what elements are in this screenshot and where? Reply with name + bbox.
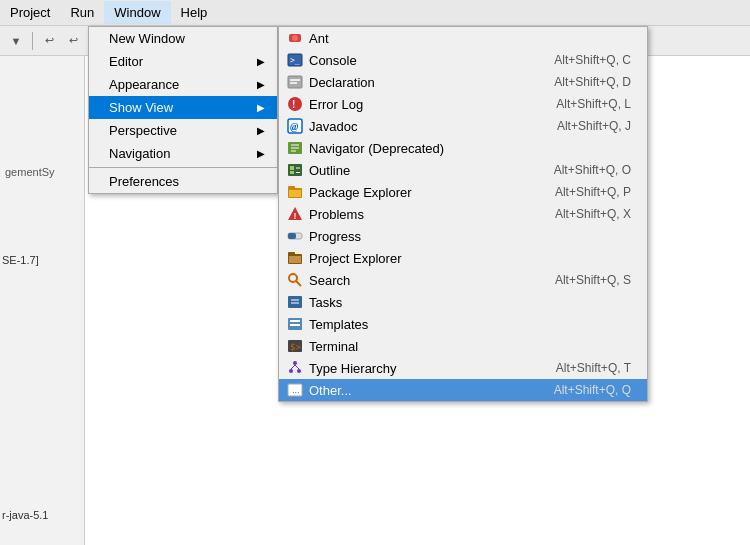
package-explorer-icon	[285, 184, 305, 200]
submenu-item-project-explorer[interactable]: Project Explorer	[279, 247, 647, 269]
search-icon	[285, 272, 305, 288]
outline-icon	[285, 162, 305, 178]
svg-rect-22	[289, 190, 301, 197]
menu-item-new-window[interactable]: New Window	[89, 27, 277, 50]
type-hierarchy-icon	[285, 360, 305, 376]
submenu-item-error-log[interactable]: ! Error Log Alt+Shift+Q, L	[279, 93, 647, 115]
submenu-arrow-perspective: ▶	[257, 125, 265, 136]
menubar-item-run[interactable]: Run	[60, 1, 104, 24]
svg-rect-32	[288, 296, 302, 308]
menu-item-preferences[interactable]: Preferences	[89, 170, 277, 193]
submenu-item-type-hierarchy[interactable]: Type Hierarchy Alt+Shift+Q, T	[279, 357, 647, 379]
sidebar-pkg-text: r-java-5.1	[2, 509, 48, 521]
submenu-arrow-appearance: ▶	[257, 79, 265, 90]
menu-item-show-view[interactable]: Show View ▶	[89, 96, 277, 119]
svg-text:!: !	[292, 99, 295, 110]
navigator-icon	[285, 140, 305, 156]
submenu-item-package-explorer[interactable]: Package Explorer Alt+Shift+Q, P	[279, 181, 647, 203]
svg-line-41	[291, 365, 295, 369]
showview-submenu: Ant >_ Console Alt+Shift+Q, C Declaratio…	[278, 26, 648, 402]
menubar-item-window[interactable]: Window	[104, 1, 170, 24]
submenu-item-outline[interactable]: Outline Alt+Shift+Q, O	[279, 159, 647, 181]
submenu-arrow-navigation: ▶	[257, 148, 265, 159]
submenu-item-problems[interactable]: ! Problems Alt+Shift+Q, X	[279, 203, 647, 225]
toolbar-icon-3[interactable]: ↩	[63, 31, 83, 51]
submenu-item-templates[interactable]: Templates	[279, 313, 647, 335]
terminal-icon: $>	[285, 338, 305, 354]
svg-text:>_: >_	[290, 56, 300, 65]
svg-rect-36	[290, 320, 300, 322]
svg-point-30	[289, 274, 297, 282]
sidebar-se-label: SE-1.7]	[2, 254, 39, 266]
declaration-icon	[285, 74, 305, 90]
menu-item-navigation[interactable]: Navigation ▶	[89, 142, 277, 165]
submenu-item-console[interactable]: >_ Console Alt+Shift+Q, C	[279, 49, 647, 71]
menu-item-perspective[interactable]: Perspective ▶	[89, 119, 277, 142]
error-log-icon: !	[285, 96, 305, 112]
toolbar-sep-1	[32, 32, 33, 50]
svg-rect-21	[288, 186, 295, 190]
problems-icon: !	[285, 206, 305, 222]
svg-line-42	[295, 365, 299, 369]
svg-text:$>: $>	[290, 342, 301, 352]
submenu-item-progress[interactable]: Progress	[279, 225, 647, 247]
submenu-item-tasks[interactable]: Tasks	[279, 291, 647, 313]
submenu-arrow-editor: ▶	[257, 56, 265, 67]
side-panel: gementSy SE-1.7] r-java-5.1	[0, 56, 85, 545]
submenu-item-ant[interactable]: Ant	[279, 27, 647, 49]
other-icon: ...	[285, 382, 305, 398]
svg-point-40	[293, 361, 297, 365]
submenu-item-javadoc[interactable]: @ Javadoc Alt+Shift+Q, J	[279, 115, 647, 137]
submenu-item-other[interactable]: ... Other... Alt+Shift+Q, Q	[279, 379, 647, 401]
svg-point-1	[292, 35, 298, 41]
window-dropdown-menu: New Window Editor ▶ Appearance ▶ Show Vi…	[88, 26, 278, 194]
submenu-item-declaration[interactable]: Declaration Alt+Shift+Q, D	[279, 71, 647, 93]
menu-item-appearance[interactable]: Appearance ▶	[89, 73, 277, 96]
submenu-item-terminal[interactable]: $> Terminal	[279, 335, 647, 357]
templates-icon	[285, 316, 305, 332]
javadoc-icon: @	[285, 118, 305, 134]
svg-rect-28	[288, 252, 295, 256]
svg-rect-37	[290, 324, 300, 326]
svg-rect-16	[290, 166, 294, 170]
project-explorer-icon	[285, 250, 305, 266]
svg-text:!: !	[294, 211, 297, 221]
svg-point-44	[297, 369, 301, 373]
sidebar-management-text: gementSy	[5, 166, 55, 178]
console-icon: >_	[285, 52, 305, 68]
ant-icon	[285, 30, 305, 46]
svg-rect-18	[290, 171, 294, 174]
toolbar-icon-2[interactable]: ↩	[39, 31, 59, 51]
menu-item-editor[interactable]: Editor ▶	[89, 50, 277, 73]
svg-text:@: @	[290, 121, 299, 132]
toolbar-icon-1[interactable]: ▼	[6, 31, 26, 51]
menubar: Project Run Window Help	[0, 0, 750, 26]
menu-separator-1	[89, 167, 277, 168]
menubar-item-project[interactable]: Project	[0, 1, 60, 24]
submenu-item-search[interactable]: Search Alt+Shift+Q, S	[279, 269, 647, 291]
svg-rect-4	[288, 76, 302, 88]
submenu-item-navigator[interactable]: Navigator (Deprecated)	[279, 137, 647, 159]
svg-line-31	[296, 281, 301, 286]
svg-rect-26	[288, 233, 296, 239]
svg-point-43	[289, 369, 293, 373]
menubar-item-help[interactable]: Help	[171, 1, 218, 24]
svg-rect-29	[289, 256, 301, 263]
svg-text:...: ...	[292, 385, 300, 395]
tasks-icon	[285, 294, 305, 310]
progress-icon	[285, 228, 305, 244]
submenu-arrow-show-view: ▶	[257, 102, 265, 113]
